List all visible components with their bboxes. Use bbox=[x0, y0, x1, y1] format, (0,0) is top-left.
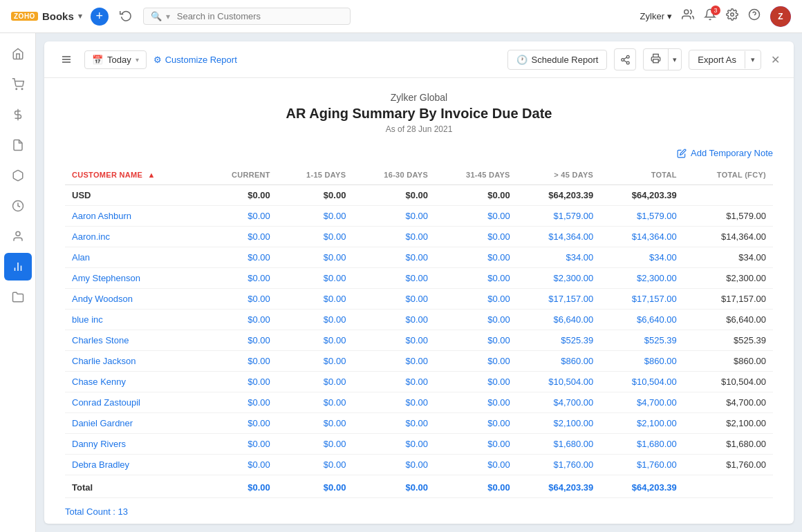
days45plus-cell[interactable]: $2,100.00 bbox=[517, 413, 601, 434]
total-cell[interactable]: $860.00 bbox=[600, 351, 684, 372]
total-cell[interactable]: $4,700.00 bbox=[600, 392, 684, 413]
date-selector[interactable]: 📅 Today ▾ bbox=[84, 50, 147, 69]
customer-name-cell[interactable]: Charlie Jackson bbox=[65, 351, 203, 372]
days1-15-cell[interactable]: $0.00 bbox=[277, 247, 353, 268]
total-cell[interactable]: $525.39 bbox=[600, 330, 684, 351]
sidebar-item-home[interactable] bbox=[4, 40, 32, 68]
days1-15-cell[interactable]: $0.00 bbox=[277, 289, 353, 310]
currency-1-15[interactable]: $0.00 bbox=[277, 185, 353, 206]
sidebar-item-banking[interactable] bbox=[4, 101, 32, 129]
current-cell[interactable]: $0.00 bbox=[203, 227, 277, 247]
customer-name-cell[interactable]: Aaron.inc bbox=[65, 227, 203, 247]
total-cell[interactable]: $17,157.00 bbox=[600, 289, 684, 310]
menu-toggle-button[interactable] bbox=[55, 48, 77, 70]
days16-30-cell[interactable]: $0.00 bbox=[353, 372, 435, 392]
days16-30-cell[interactable]: $0.00 bbox=[353, 455, 435, 475]
sidebar-item-purchases[interactable] bbox=[4, 70, 32, 98]
search-dropdown[interactable]: ▾ bbox=[166, 12, 170, 21]
currency-total[interactable]: $64,203.39 bbox=[600, 185, 684, 206]
days45plus-cell[interactable]: $14,364.00 bbox=[517, 227, 601, 247]
user-menu[interactable]: Zylker ▾ bbox=[640, 11, 672, 21]
total-cell[interactable]: $1,680.00 bbox=[600, 434, 684, 455]
days16-30-cell[interactable]: $0.00 bbox=[353, 247, 435, 268]
avatar[interactable]: Z bbox=[770, 6, 791, 27]
currency-current[interactable]: $0.00 bbox=[203, 185, 277, 206]
days16-30-cell[interactable]: $0.00 bbox=[353, 330, 435, 351]
days16-30-cell[interactable]: $0.00 bbox=[353, 351, 435, 372]
contacts-icon[interactable] bbox=[682, 8, 694, 24]
settings-icon[interactable] bbox=[726, 8, 738, 24]
days45plus-cell[interactable]: $4,700.00 bbox=[517, 392, 601, 413]
days1-15-cell[interactable]: $0.00 bbox=[277, 310, 353, 330]
add-new-button[interactable]: + bbox=[91, 8, 109, 26]
total-cell[interactable]: $14,364.00 bbox=[600, 227, 684, 247]
days31-45-cell[interactable]: $0.00 bbox=[435, 310, 517, 330]
days45plus-cell[interactable]: $1,760.00 bbox=[517, 455, 601, 475]
search-box[interactable]: 🔍 ▾ bbox=[143, 8, 351, 25]
days1-15-cell[interactable]: $0.00 bbox=[277, 330, 353, 351]
customer-name-cell[interactable]: Charles Stone bbox=[65, 330, 203, 351]
days1-15-cell[interactable]: $0.00 bbox=[277, 392, 353, 413]
total-cell[interactable]: $6,640.00 bbox=[600, 310, 684, 330]
total-cell[interactable]: $10,504.00 bbox=[600, 372, 684, 392]
current-cell[interactable]: $0.00 bbox=[203, 268, 277, 289]
days45plus-cell[interactable]: $10,504.00 bbox=[517, 372, 601, 392]
current-cell[interactable]: $0.00 bbox=[203, 247, 277, 268]
sidebar-item-inventory[interactable] bbox=[4, 162, 32, 189]
days1-15-cell[interactable]: $0.00 bbox=[277, 372, 353, 392]
days31-45-cell[interactable]: $0.00 bbox=[435, 351, 517, 372]
export-as-button[interactable]: Export As ▾ bbox=[689, 50, 761, 70]
customize-report-button[interactable]: ⚙ Customize Report bbox=[153, 55, 237, 65]
total-cell[interactable]: $2,300.00 bbox=[600, 268, 684, 289]
days45plus-cell[interactable]: $6,640.00 bbox=[517, 310, 601, 330]
schedule-report-button[interactable]: 🕐 Schedule Report bbox=[507, 50, 608, 70]
current-cell[interactable]: $0.00 bbox=[203, 455, 277, 475]
share-button[interactable] bbox=[614, 48, 636, 70]
print-caret-icon[interactable]: ▾ bbox=[669, 51, 681, 68]
add-temporary-note-button[interactable]: Add Temporary Note bbox=[677, 148, 773, 158]
search-input[interactable] bbox=[177, 11, 343, 21]
days31-45-cell[interactable]: $0.00 bbox=[435, 413, 517, 434]
total-cell[interactable]: $34.00 bbox=[600, 247, 684, 268]
customer-name-cell[interactable]: Amy Stephenson bbox=[65, 268, 203, 289]
days31-45-cell[interactable]: $0.00 bbox=[435, 268, 517, 289]
export-caret-icon[interactable]: ▾ bbox=[745, 51, 761, 68]
customer-name-cell[interactable]: Aaron Ashburn bbox=[65, 206, 203, 227]
notifications-icon[interactable]: 3 bbox=[704, 8, 716, 24]
current-cell[interactable]: $0.00 bbox=[203, 372, 277, 392]
help-icon[interactable] bbox=[748, 8, 761, 24]
customer-name-cell[interactable]: Debra Bradley bbox=[65, 455, 203, 475]
customer-name-cell[interactable]: Daniel Gardner bbox=[65, 413, 203, 434]
days45plus-cell[interactable]: $34.00 bbox=[517, 247, 601, 268]
current-cell[interactable]: $0.00 bbox=[203, 413, 277, 434]
customer-name-cell[interactable]: Chase Kenny bbox=[65, 372, 203, 392]
days1-15-cell[interactable]: $0.00 bbox=[277, 227, 353, 247]
days31-45-cell[interactable]: $0.00 bbox=[435, 289, 517, 310]
days1-15-cell[interactable]: $0.00 bbox=[277, 351, 353, 372]
sidebar-item-time[interactable] bbox=[4, 192, 32, 220]
days31-45-cell[interactable]: $0.00 bbox=[435, 227, 517, 247]
days16-30-cell[interactable]: $0.00 bbox=[353, 227, 435, 247]
days45plus-cell[interactable]: $860.00 bbox=[517, 351, 601, 372]
sidebar-item-documents[interactable] bbox=[4, 283, 32, 311]
days1-15-cell[interactable]: $0.00 bbox=[277, 455, 353, 475]
current-cell[interactable]: $0.00 bbox=[203, 434, 277, 455]
total-cell[interactable]: $2,100.00 bbox=[600, 413, 684, 434]
customer-name-cell[interactable]: Conrad Zastoupil bbox=[65, 392, 203, 413]
print-button[interactable]: ▾ bbox=[643, 48, 682, 70]
days31-45-cell[interactable]: $0.00 bbox=[435, 206, 517, 227]
sidebar-item-contacts[interactable] bbox=[4, 222, 32, 250]
days1-15-cell[interactable]: $0.00 bbox=[277, 434, 353, 455]
col-customer-name[interactable]: CUSTOMER NAME ▲ bbox=[65, 165, 203, 185]
days16-30-cell[interactable]: $0.00 bbox=[353, 392, 435, 413]
days31-45-cell[interactable]: $0.00 bbox=[435, 247, 517, 268]
customer-name-cell[interactable]: Danny Rivers bbox=[65, 434, 203, 455]
customer-name-cell[interactable]: Andy Woodson bbox=[65, 289, 203, 310]
days16-30-cell[interactable]: $0.00 bbox=[353, 289, 435, 310]
current-cell[interactable]: $0.00 bbox=[203, 351, 277, 372]
currency-45-plus[interactable]: $64,203.39 bbox=[517, 185, 601, 206]
current-cell[interactable]: $0.00 bbox=[203, 392, 277, 413]
current-cell[interactable]: $0.00 bbox=[203, 289, 277, 310]
days31-45-cell[interactable]: $0.00 bbox=[435, 392, 517, 413]
current-cell[interactable]: $0.00 bbox=[203, 310, 277, 330]
